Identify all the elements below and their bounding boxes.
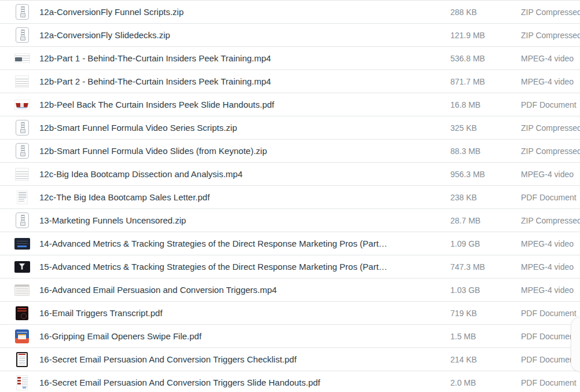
file-type: PDF Document — [521, 332, 577, 341]
file-icon-cell — [14, 166, 30, 182]
file-row[interactable]: 12a-ConversionFly Funnel Scripts.zip 288… — [0, 1, 580, 24]
pdf-thumbnail-icon — [16, 306, 28, 320]
file-size: 238 KB — [450, 193, 521, 202]
file-type: ZIP Compressed — [521, 8, 580, 17]
file-type: PDF Document — [521, 100, 577, 109]
file-icon-cell — [14, 282, 30, 298]
file-icon-cell — [14, 305, 30, 321]
file-type: ZIP Compressed — [521, 31, 580, 40]
file-type: MPEG-4 video — [521, 285, 574, 295]
file-name-link[interactable]: 16-Email Triggers Transcript.pdf — [39, 308, 450, 318]
file-size: 1.5 MB — [450, 332, 521, 341]
video-thumbnail-icon — [14, 53, 30, 63]
file-row[interactable]: 12b-Part 1 - Behind-The-Curtain Insiders… — [0, 47, 580, 70]
file-row[interactable]: 12b-Part 2 - Behind-The-Curtain Insiders… — [0, 70, 580, 93]
file-type: ZIP Compressed — [521, 146, 580, 156]
file-row[interactable]: 12b-Smart Funnel Formula Video Slides (f… — [0, 140, 580, 163]
file-list: 12a-ConversionFly Funnel Scripts.zip 288… — [0, 0, 580, 392]
file-type: MPEG-4 video — [521, 77, 574, 86]
zip-file-icon — [16, 27, 29, 43]
file-type: MPEG-4 video — [521, 170, 574, 179]
file-type: MPEG-4 video — [521, 239, 574, 248]
file-icon-cell — [14, 259, 30, 275]
file-row[interactable]: 16-Gripping Email Openers Swipe File.pdf… — [0, 325, 580, 348]
file-row[interactable]: 16-Secret Email Persuasion And Conversio… — [0, 348, 580, 371]
file-name-link[interactable]: 12b-Part 1 - Behind-The-Curtain Insiders… — [39, 53, 450, 63]
zip-file-icon — [16, 120, 29, 135]
file-name-link[interactable]: 12c-The Big Idea Bootcamp Sales Letter.p… — [39, 192, 450, 202]
file-icon-cell — [14, 213, 30, 229]
file-size: 536.8 MB — [450, 54, 521, 63]
file-name-link[interactable]: 13-Marketing Funnels Uncensored.zip — [39, 215, 450, 225]
file-size: 747.3 MB — [450, 262, 521, 272]
video-thumbnail-icon — [14, 238, 30, 250]
file-row[interactable]: 16-Advanced Email Persuasion and Convers… — [0, 279, 580, 302]
file-type: MPEG-4 video — [521, 262, 574, 272]
file-icon-cell — [14, 50, 30, 67]
file-size: 719 KB — [450, 309, 521, 318]
file-icon-cell — [14, 143, 30, 159]
file-row[interactable]: 13-Marketing Funnels Uncensored.zip 28.7… — [0, 209, 580, 232]
file-size: 288 KB — [450, 8, 521, 17]
file-type: PDF Document — [521, 309, 577, 318]
file-type: PDF Document — [521, 193, 577, 202]
floating-widget-handle[interactable] — [571, 317, 580, 372]
video-thumbnail-icon — [14, 284, 30, 296]
file-name-link[interactable]: 16-Secret Email Persuasion And Conversio… — [39, 378, 450, 387]
file-icon-cell — [14, 120, 30, 136]
file-icon-cell — [14, 351, 30, 368]
file-type: PDF Document — [521, 378, 577, 387]
file-icon-cell — [14, 236, 30, 252]
file-name-link[interactable]: 16-Gripping Email Openers Swipe File.pdf — [39, 331, 450, 341]
file-row[interactable]: 16-Secret Email Persuasion And Conversio… — [0, 371, 580, 392]
file-name-link[interactable]: 12b-Peel Back The Curtain Insiders Peek … — [39, 100, 450, 109]
file-name-link[interactable]: 16-Advanced Email Persuasion and Convers… — [39, 285, 450, 295]
video-thumbnail-icon — [15, 75, 29, 88]
file-icon-cell — [14, 74, 30, 90]
zip-file-icon — [16, 143, 29, 159]
file-icon-cell — [14, 189, 30, 206]
file-size: 871.7 MB — [450, 77, 521, 86]
file-row[interactable]: 14-Advanced Metrics & Tracking Strategie… — [0, 232, 580, 255]
file-type: MPEG-4 video — [521, 54, 574, 63]
video-thumbnail-icon — [14, 261, 30, 273]
file-row[interactable]: 16-Email Triggers Transcript.pdf 719 KB … — [0, 302, 580, 325]
file-row[interactable]: 12b-Smart Funnel Formula Video Series Sc… — [0, 116, 580, 140]
file-icon-cell — [14, 27, 30, 43]
file-row[interactable]: 12a-ConversionFly Slidedecks.zip 121.9 M… — [0, 24, 580, 47]
file-name-link[interactable]: 12a-ConversionFly Slidedecks.zip — [39, 30, 450, 40]
file-row[interactable]: 12b-Peel Back The Curtain Insiders Peek … — [0, 93, 580, 116]
pdf-thumbnail-icon — [17, 190, 28, 204]
file-name-link[interactable]: 12a-ConversionFly Funnel Scripts.zip — [39, 7, 450, 17]
pdf-thumbnail-icon — [14, 100, 30, 110]
file-name-link[interactable]: 12b-Smart Funnel Formula Video Slides (f… — [39, 146, 450, 156]
file-type: PDF Document — [521, 355, 577, 364]
pdf-thumbnail-icon — [16, 375, 28, 390]
file-size: 1.03 GB — [450, 285, 521, 295]
file-name-link[interactable]: 14-Advanced Metrics & Tracking Strategie… — [39, 239, 450, 248]
file-row[interactable]: 12c-Big Idea Bootcamp Dissection and Ana… — [0, 163, 580, 186]
file-row[interactable]: 15-Advanced Metrics & Tracking Strategie… — [0, 255, 580, 279]
file-size: 88.3 MB — [450, 146, 521, 156]
file-name-link[interactable]: 12b-Part 2 - Behind-The-Curtain Insiders… — [39, 76, 450, 86]
file-name-link[interactable]: 15-Advanced Metrics & Tracking Strategie… — [39, 262, 450, 272]
file-size: 16.8 MB — [450, 100, 521, 109]
file-row[interactable]: 12c-The Big Idea Bootcamp Sales Letter.p… — [0, 186, 580, 209]
file-size: 2.0 MB — [450, 378, 521, 387]
file-icon-cell — [14, 4, 30, 20]
zip-file-icon — [16, 213, 29, 228]
file-icon-cell — [14, 328, 30, 345]
pdf-thumbnail-icon — [16, 352, 28, 367]
file-name-link[interactable]: 12c-Big Idea Bootcamp Dissection and Ana… — [39, 169, 450, 179]
file-size: 956.3 MB — [450, 170, 521, 179]
file-name-link[interactable]: 12b-Smart Funnel Formula Video Series Sc… — [39, 123, 450, 133]
file-size: 121.9 MB — [450, 31, 521, 40]
file-size: 325 KB — [450, 123, 521, 133]
file-type: ZIP Compressed — [521, 123, 580, 133]
file-size: 214 KB — [450, 355, 521, 364]
file-icon-cell — [14, 97, 30, 113]
file-name-link[interactable]: 16-Secret Email Persuasion And Conversio… — [39, 354, 450, 364]
zip-file-icon — [16, 4, 29, 20]
file-size: 1.09 GB — [450, 239, 521, 248]
pdf-thumbnail-icon — [15, 329, 29, 343]
